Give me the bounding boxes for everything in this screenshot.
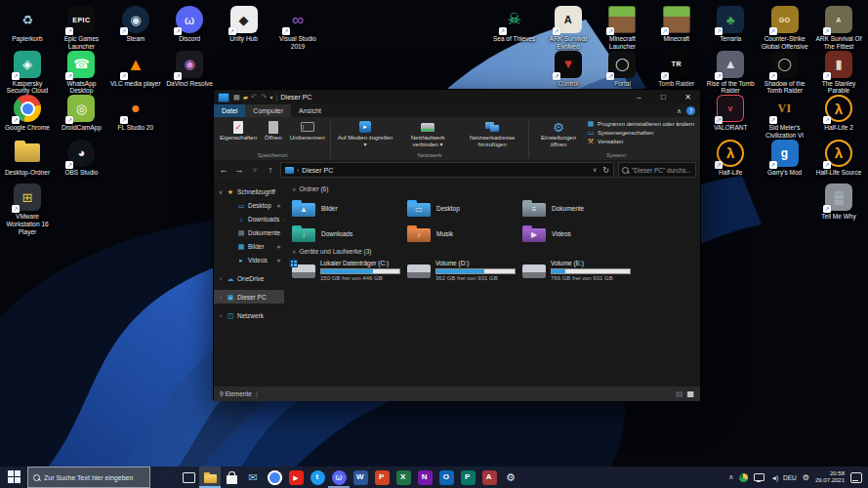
taskbar-icon-excel[interactable]: X bbox=[393, 467, 414, 488]
language-indicator[interactable]: DEU bbox=[783, 474, 797, 481]
titlebar[interactable]: ▤ ▰ ↶ ↷ ▾ | Dieser PC – □ ✕ bbox=[214, 90, 700, 104]
desktop-icon-droidcamapp[interactable]: ◎↗ DroidCamApp bbox=[55, 95, 107, 132]
desktop-icon-sid-meiers-civilization-vi[interactable]: VI↗ Sid Meier's Civilization VI bbox=[759, 95, 811, 140]
sidebar-item-onedrive[interactable]: › ☁ OneDrive bbox=[214, 271, 284, 285]
desktop-icon-obs-studio[interactable]: ◕↗ OBS Studio bbox=[55, 140, 107, 177]
desktop-icon-epic-games-launcher[interactable]: EPIC↗ Epic Games Launcher bbox=[55, 6, 107, 51]
redo-icon[interactable]: ↷ bbox=[261, 93, 268, 102]
recent-locations-chevron-icon[interactable]: ∨ bbox=[249, 166, 261, 174]
eigenschaften-button[interactable]: ✓ Eigenschaften bbox=[218, 119, 259, 142]
einstellungen-oeffnen-button[interactable]: ⚙ Einstellungen öffnen bbox=[532, 119, 585, 148]
taskbar-search-input[interactable]: Zur Suche Text hier eingeben bbox=[27, 467, 150, 488]
desktop-icon-whatsapp-desktop[interactable]: ☎↗ WhatsApp Desktop bbox=[55, 51, 107, 96]
folder-tile-bilder[interactable]: ▲ Bilder bbox=[292, 195, 407, 221]
volume-icon[interactable]: ◄) bbox=[770, 474, 777, 481]
umbenennen-button[interactable]: | Umbenennen bbox=[288, 119, 327, 142]
explorer-search-input[interactable]: "Dieser PC" durchs... bbox=[618, 162, 696, 178]
new-folder-quick-icon[interactable]: ▰ bbox=[243, 94, 248, 102]
desktop-icon-minecraft[interactable]: ↗ Minecraft bbox=[650, 6, 703, 43]
tray-gear-icon[interactable]: ⚙ bbox=[803, 473, 809, 482]
network-icon[interactable] bbox=[754, 473, 765, 481]
desktop-icon-the-stanley-parable[interactable]: ▮↗ The Stanley Parable bbox=[812, 51, 865, 96]
desktop-icon-vlc-media-player[interactable]: ▲↗ VLC media player bbox=[109, 51, 162, 88]
desktop-icon-davinci-resolve[interactable]: ◉↗ DaVinci Resolve bbox=[163, 51, 216, 88]
desktop-icon-vmware-workstation-16-player[interactable]: ⊞↗ VMware Workstation 16 Player bbox=[1, 183, 54, 235]
clock[interactable]: 20:58 29.07.2021 bbox=[815, 470, 845, 485]
forward-icon[interactable]: → bbox=[233, 165, 245, 175]
netzwerkadresse-hinzufuegen-button[interactable]: Netzwerkadresse hinzufügen bbox=[459, 119, 525, 148]
drives-group-header[interactable]: ∨ Geräte und Laufwerke (3) bbox=[292, 248, 700, 255]
systemeigenschaften-button[interactable]: ▭ Systemeigenschaften bbox=[587, 129, 694, 137]
minimize-button[interactable]: – bbox=[627, 90, 651, 104]
details-view-icon[interactable]: ▤ bbox=[676, 389, 683, 398]
drive-tile-volumee[interactable]: Volume (E:) 766 GB frei von 931 GB bbox=[522, 258, 638, 287]
netzlaufwerk-verbinden-button[interactable]: Netzlaufwerk verbinden ▾ bbox=[396, 119, 459, 148]
taskbar-icon-settings[interactable]: ⚙ bbox=[500, 467, 521, 488]
folder-tile-desktop[interactable]: ▭ Desktop bbox=[407, 195, 522, 221]
tab-datei[interactable]: Datei bbox=[214, 104, 245, 117]
folder-tile-videos[interactable]: ▶ Videos bbox=[522, 221, 638, 246]
taskbar-icon-publisher[interactable]: P bbox=[457, 467, 478, 488]
sidebar-item-dieser-pc[interactable]: › ▣ Dieser PC bbox=[214, 290, 284, 304]
desktop-icon-control[interactable]: ▼↗ Control bbox=[542, 51, 595, 88]
desktop-icon-valorant[interactable]: V↗ VALORANT bbox=[704, 95, 757, 132]
sidebar-item-bilder[interactable]: ▦ Bilder ∗ bbox=[214, 239, 284, 253]
address-dropdown-icon[interactable]: ∨ bbox=[593, 166, 597, 175]
desktop-icon-garrys-mod[interactable]: g↗ Garry's Mod bbox=[759, 140, 811, 177]
customize-toolbar-chevron-icon[interactable]: ▾ bbox=[269, 94, 272, 101]
desktop-icon-discord[interactable]: ω↗ Discord bbox=[163, 6, 216, 43]
taskbar-icon-microsoft-store[interactable] bbox=[221, 467, 242, 488]
taskbar-icon-youtube[interactable]: ▶ bbox=[285, 467, 307, 488]
desktop-icon-recycle-bin[interactable]: ♻ Papierkorb bbox=[1, 6, 54, 43]
desktop-icon-portal[interactable]: ◯↗ Portal bbox=[596, 51, 648, 88]
taskbar-icon-outlook[interactable]: O bbox=[435, 467, 457, 488]
desktop-icon-half-life[interactable]: λ↗ Half-Life bbox=[704, 140, 757, 177]
taskbar-icon-word[interactable]: W bbox=[350, 467, 371, 488]
tree-chevron-icon[interactable]: › bbox=[218, 275, 224, 281]
folder-tile-downloads[interactable]: ↓ Downloads bbox=[292, 221, 407, 246]
oeffnen-button[interactable]: Öffnen bbox=[259, 119, 288, 142]
sidebar-item-schnellzugriff[interactable]: ∨ ★ Schnellzugriff bbox=[214, 184, 284, 198]
taskbar-icon-powerpoint[interactable]: P bbox=[371, 467, 393, 488]
address-bar[interactable]: › Dieser PC ∨ ↻ bbox=[280, 162, 614, 178]
desktop-icon-visual-studio-2019[interactable]: ∞↗ Visual Studio 2019 bbox=[271, 6, 324, 51]
tab-computer[interactable]: Computer bbox=[245, 104, 291, 117]
desktop-icon-steam[interactable]: ◉↗ Steam bbox=[109, 6, 162, 43]
desktop-icon-sea-of-thieves[interactable]: ☠↗ Sea of Thieves bbox=[488, 6, 541, 43]
taskbar-icon-mail[interactable]: ✉ bbox=[242, 467, 264, 488]
tab-ansicht[interactable]: Ansicht bbox=[291, 104, 329, 117]
sidebar-item-videos[interactable]: ▸ Videos ∗ bbox=[214, 253, 284, 266]
tree-chevron-icon[interactable]: › bbox=[218, 312, 224, 318]
desktop-icon-ark-survival-evolved[interactable]: A↗ ARK Survival Evolved bbox=[542, 6, 595, 51]
quick-access-toolbar[interactable]: ▤ ▰ ↶ ↷ ▾ bbox=[233, 93, 272, 102]
taskbar-icon-file-explorer[interactable] bbox=[199, 467, 221, 488]
taskbar-icon-access[interactable]: A bbox=[478, 467, 500, 488]
auf-medien-zugreifen-button[interactable]: ▸ Auf Medien zugreifen ▾ bbox=[334, 119, 396, 148]
up-icon[interactable]: ↑ bbox=[265, 165, 276, 175]
taskbar-icon-task-view[interactable] bbox=[178, 467, 199, 488]
taskbar-icon-chrome[interactable] bbox=[264, 467, 285, 488]
taskbar-icon-twitter[interactable]: t bbox=[307, 467, 328, 488]
desktop-icon-half-life-2[interactable]: λ↗ Half-Life 2 bbox=[812, 95, 865, 132]
desktop-icon-kaspersky-security-cloud[interactable]: ◈↗ Kaspersky Security Cloud bbox=[1, 51, 54, 96]
desktop-icon-shadow-of-the-tomb-raider[interactable]: ◯↗ Shadow of the Tomb Raider bbox=[759, 51, 811, 96]
tree-chevron-icon[interactable]: ∨ bbox=[218, 188, 224, 195]
maximize-button[interactable]: □ bbox=[651, 90, 676, 104]
desktop-icon-fl-studio-20[interactable]: ●↗ FL Studio 20 bbox=[109, 95, 162, 132]
tree-chevron-icon[interactable]: › bbox=[218, 294, 224, 300]
back-icon[interactable]: ← bbox=[218, 165, 229, 175]
desktop-icon-counter-strike-global-offensive[interactable]: GO↗ Counter-Strike Global Offensive bbox=[759, 6, 811, 51]
folder-tile-dokumente[interactable]: ≡ Dokumente bbox=[522, 195, 638, 221]
breadcrumb[interactable]: Dieser PC bbox=[302, 167, 333, 174]
desktop-icon-tell-me-why[interactable]: ▒↗ Tell Me Why bbox=[812, 183, 865, 221]
start-button[interactable] bbox=[4, 467, 25, 488]
sidebar-item-desktop[interactable]: ▭ Desktop ∗ bbox=[214, 198, 284, 212]
sidebar-item-netzwerk[interactable]: › ◫ Netzwerk bbox=[214, 308, 284, 322]
close-button[interactable]: ✕ bbox=[676, 90, 700, 104]
ribbon-collapse-icon[interactable]: ∧ bbox=[677, 107, 682, 115]
folders-group-header[interactable]: ∨ Ordner (6) bbox=[292, 185, 700, 192]
action-center-icon[interactable] bbox=[850, 472, 862, 483]
programm-deinstallieren-button[interactable]: ▦ Programm deinstallieren oder ändern bbox=[587, 120, 694, 128]
drive-tile-volumed[interactable]: Volume (D:) 362 GB frei von 931 GB bbox=[407, 258, 522, 287]
tray-app-icon[interactable] bbox=[739, 473, 748, 482]
